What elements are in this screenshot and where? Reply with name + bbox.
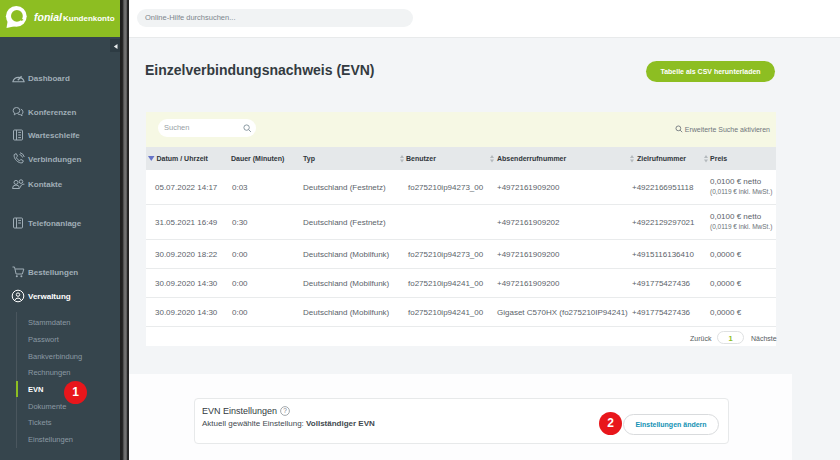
svg-text:?: ? bbox=[283, 407, 287, 414]
